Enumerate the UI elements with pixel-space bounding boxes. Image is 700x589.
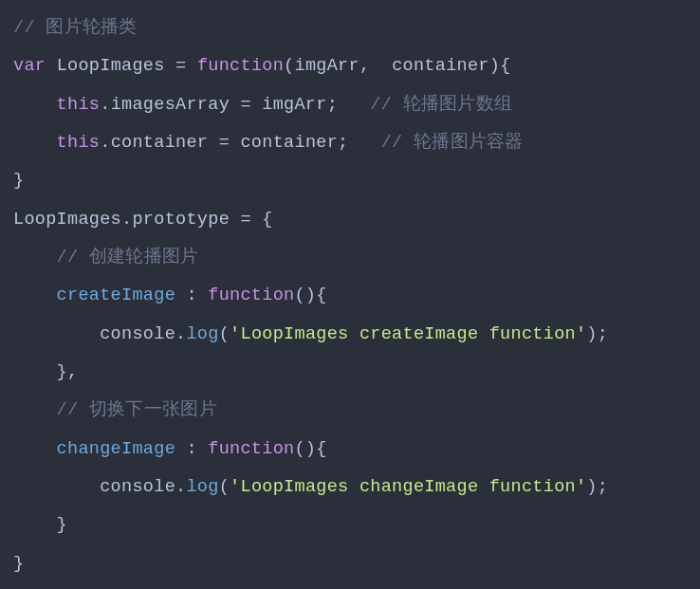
method-name: log — [186, 324, 218, 344]
identifier: console — [100, 324, 175, 344]
comment: // 创建轮播图片 — [57, 248, 199, 267]
comment: // 切换下一张图片 — [57, 400, 217, 420]
string-literal: 'LoopImages changeImage function' — [230, 477, 586, 497]
identifier: LoopImages — [57, 56, 165, 76]
identifier: LoopImages — [13, 210, 121, 230]
keyword-function: function — [197, 56, 284, 76]
keyword-this: this — [57, 133, 101, 153]
method-name: createImage — [57, 285, 175, 305]
param: container — [392, 56, 489, 76]
keyword-this: this — [57, 95, 101, 115]
keyword-function: function — [208, 439, 294, 459]
comment: // 轮播图片数组 — [370, 95, 512, 115]
param: imgArr — [295, 56, 359, 76]
method-name: changeImage — [57, 439, 175, 459]
comment: // 图片轮播类 — [13, 18, 138, 38]
keyword-var: var — [13, 56, 46, 76]
property: prototype — [132, 210, 230, 230]
comment: // 轮播图片容器 — [381, 133, 524, 153]
identifier: container — [240, 133, 338, 153]
identifier: console — [100, 477, 175, 497]
code-block: // 图片轮播类 var LoopImages = function(imgAr… — [0, 0, 700, 583]
identifier: imgArr — [262, 95, 326, 115]
string-literal: 'LoopImages createImage function' — [230, 324, 586, 344]
method-name: log — [186, 477, 218, 497]
property: container — [111, 133, 209, 153]
property: imagesArray — [111, 95, 230, 115]
keyword-function: function — [208, 285, 294, 305]
